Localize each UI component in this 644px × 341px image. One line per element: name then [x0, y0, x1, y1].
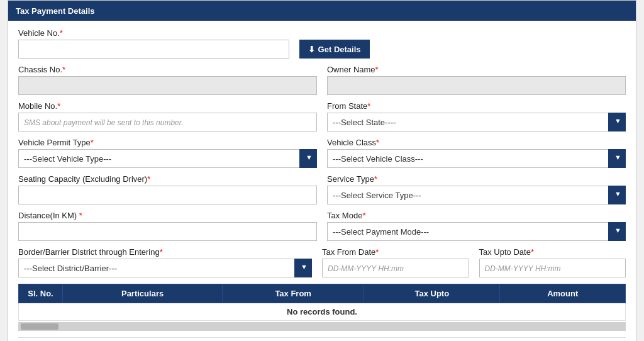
- distance-label: Distance(In KM) *: [18, 211, 317, 220]
- tax-mode-label: Tax Mode*: [327, 211, 626, 220]
- vehicle-permit-select-wrapper: ---Select Vehicle Type---: [18, 149, 317, 168]
- panel-body: Vehicle No.* ⬇ Get Details Chassis No.*: [8, 21, 636, 341]
- scrollbar-thumb: [21, 323, 58, 330]
- col-get-details: ⬇ Get Details: [299, 40, 370, 59]
- col-owner-name: Owner Name*: [327, 65, 626, 95]
- col-tax-upto-date: Tax Upto Date*: [479, 247, 626, 277]
- vehicle-class-label: Vehicle Class*: [327, 138, 626, 147]
- service-type-label: Service Type*: [327, 174, 626, 184]
- row-mobile-state: Mobile No.* From State* ---Select State-…: [18, 101, 626, 131]
- from-state-label: From State*: [327, 101, 626, 111]
- download-icon: ⬇: [308, 45, 315, 54]
- row-border-dates: Border/Barrier District through Entering…: [18, 247, 626, 277]
- row-vehicle-no: Vehicle No.* ⬇ Get Details: [18, 28, 626, 59]
- row-chassis-owner: Chassis No.* Owner Name*: [18, 65, 626, 95]
- tax-from-date-label: Tax From Date*: [322, 247, 469, 257]
- vehicle-permit-select[interactable]: ---Select Vehicle Type---: [18, 149, 317, 168]
- tax-mode-select-wrapper: ---Select Payment Mode---: [327, 222, 626, 241]
- row-distance-taxmode: Distance(In KM) * Tax Mode* ---Select Pa…: [18, 211, 626, 241]
- distance-input[interactable]: [18, 222, 317, 241]
- col-from-state: From State* ---Select State----: [327, 101, 626, 131]
- tax-payment-container: Tax Payment Details Vehicle No.* ⬇ Get D…: [8, 0, 636, 341]
- owner-name-input[interactable]: [327, 76, 626, 95]
- col-vehicle-no: Vehicle No.*: [18, 28, 289, 59]
- chassis-no-input[interactable]: [18, 76, 317, 95]
- vehicle-class-select[interactable]: ---Select Vehicle Class---: [327, 149, 626, 168]
- tax-table-section: Sl. No. Particulars Tax From Tax Upto Am…: [18, 284, 626, 331]
- th-sl-no: Sl. No.: [19, 284, 63, 303]
- border-barrier-select[interactable]: ---Select District/Barrier---: [18, 259, 312, 277]
- col-vehicle-class: Vehicle Class* ---Select Vehicle Class--…: [327, 138, 626, 168]
- from-state-select[interactable]: ---Select State----: [327, 113, 626, 131]
- th-tax-upto: Tax Upto: [364, 284, 500, 303]
- owner-name-label: Owner Name*: [327, 65, 626, 74]
- panel-header: Tax Payment Details: [8, 1, 636, 21]
- seating-capacity-label: Seating Capacity (Excluding Driver)*: [18, 174, 317, 184]
- mobile-no-input[interactable]: [18, 113, 317, 131]
- service-type-select[interactable]: ---Select Service Type---: [327, 186, 626, 204]
- row-permit-class: Vehicle Permit Type* ---Select Vehicle T…: [18, 138, 626, 168]
- vehicle-permit-label: Vehicle Permit Type*: [18, 138, 317, 147]
- th-amount: Amount: [500, 284, 626, 303]
- table-row: No records found.: [19, 303, 626, 321]
- from-state-select-wrapper: ---Select State----: [327, 113, 626, 131]
- col-distance: Distance(In KM) *: [18, 211, 317, 241]
- tax-upto-date-input[interactable]: [479, 259, 626, 277]
- col-service-type: Service Type* ---Select Service Type---: [327, 174, 626, 204]
- vehicle-no-input[interactable]: [18, 40, 289, 59]
- row-seating-service: Seating Capacity (Excluding Driver)* Ser…: [18, 174, 626, 204]
- panel-title: Tax Payment Details: [16, 6, 94, 16]
- col-seating-capacity: Seating Capacity (Excluding Driver)*: [18, 174, 317, 204]
- tax-from-date-input[interactable]: [322, 259, 469, 277]
- no-records-cell: No records found.: [19, 303, 626, 321]
- chassis-no-label: Chassis No.*: [18, 65, 317, 74]
- border-barrier-label: Border/Barrier District through Entering…: [18, 247, 312, 257]
- th-tax-from: Tax From: [223, 284, 364, 303]
- col-mobile-no: Mobile No.*: [18, 101, 317, 131]
- vehicle-no-label: Vehicle No.*: [18, 28, 289, 38]
- col-chassis-no: Chassis No.*: [18, 65, 317, 95]
- mobile-no-label: Mobile No.*: [18, 101, 317, 111]
- get-details-button[interactable]: ⬇ Get Details: [299, 40, 370, 59]
- vehicle-class-select-wrapper: ---Select Vehicle Class---: [327, 149, 626, 168]
- tax-upto-date-label: Tax Upto Date*: [479, 247, 626, 257]
- tax-table: Sl. No. Particulars Tax From Tax Upto Am…: [18, 284, 626, 321]
- col-tax-from-date: Tax From Date*: [322, 247, 469, 277]
- col-vehicle-permit: Vehicle Permit Type* ---Select Vehicle T…: [18, 138, 317, 168]
- col-border-barrier: Border/Barrier District through Entering…: [18, 247, 312, 277]
- service-type-select-wrapper: ---Select Service Type---: [327, 186, 626, 204]
- horizontal-scrollbar[interactable]: [18, 322, 626, 331]
- table-header-row: Sl. No. Particulars Tax From Tax Upto Am…: [19, 284, 626, 303]
- col-tax-mode: Tax Mode* ---Select Payment Mode---: [327, 211, 626, 241]
- border-barrier-select-wrapper: ---Select District/Barrier---: [18, 259, 312, 277]
- total-row: Total Amount* ⊞ Calculate Tax ▶▶ Pay Tax…: [18, 337, 626, 341]
- tax-mode-select[interactable]: ---Select Payment Mode---: [327, 222, 626, 241]
- seating-capacity-input[interactable]: [18, 186, 317, 204]
- th-particulars: Particulars: [63, 284, 223, 303]
